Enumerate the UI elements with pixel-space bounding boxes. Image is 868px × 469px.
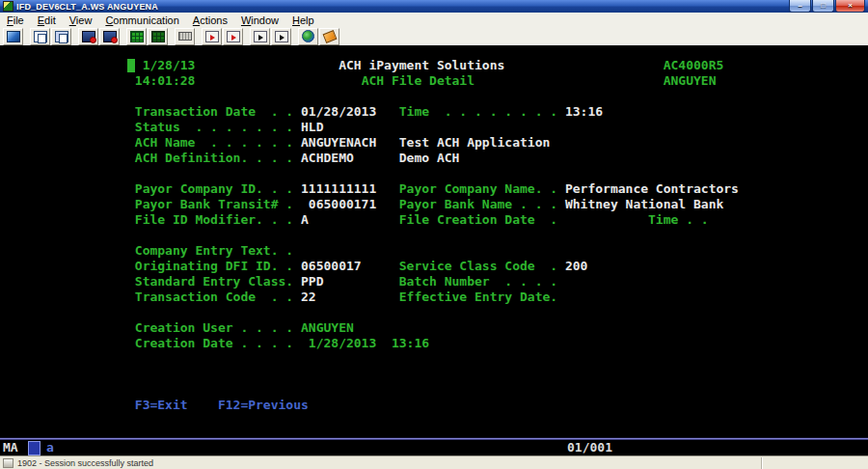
terminal-text: Time . . . . . . . . xyxy=(399,104,557,120)
receive-file-icon xyxy=(103,31,117,42)
terminal-row: F3=ExitF12=Previous xyxy=(127,398,860,413)
status-message: 1902 - Session successfully started xyxy=(17,458,153,468)
toolbar xyxy=(0,27,868,46)
terminal-text: 13:16 xyxy=(565,104,603,120)
stop-macro-icon xyxy=(227,31,240,42)
window-title: IFD_DEV6CLT_A.WS ANGUYENA xyxy=(16,2,158,12)
status-bar: 1902 - Session successfully started xyxy=(0,455,868,469)
step-macro-button[interactable] xyxy=(271,28,291,45)
display-setup-button[interactable] xyxy=(148,28,168,45)
terminal-text: ACH iPayment Solutions xyxy=(339,58,504,73)
maximize-button[interactable]: □ xyxy=(812,0,834,13)
menu-help[interactable]: Help xyxy=(285,14,321,26)
terminal-text: Originating DFI ID. . xyxy=(135,259,293,274)
terminal-text: Creation User . . . . xyxy=(135,320,293,336)
terminal-text: Transaction Code . . xyxy=(135,290,293,305)
window-controls: – □ × xyxy=(788,0,865,13)
terminal-text: AC4000R5 xyxy=(664,58,724,73)
terminal-row: ACH Name . . . . . .ANGUYENACHTest ACH A… xyxy=(127,135,860,151)
terminal-text: HLD xyxy=(301,120,323,135)
terminal-row: ACH Definition. . . .ACHDEMODemo ACH xyxy=(127,151,860,166)
session-button[interactable] xyxy=(3,28,23,45)
receive-file-button[interactable] xyxy=(99,28,120,45)
record-macro-button[interactable] xyxy=(202,28,222,45)
session-icon xyxy=(7,31,20,42)
terminal-row: Creation User . . . .ANGUYEN xyxy=(127,320,860,336)
minimize-button[interactable]: – xyxy=(789,0,811,13)
close-button[interactable]: × xyxy=(835,0,865,13)
play-macro-icon xyxy=(254,31,267,42)
menu-edit[interactable]: Edit xyxy=(31,14,63,26)
terminal-text: 1111111111 xyxy=(301,181,376,197)
menu-actions[interactable]: Actions xyxy=(186,14,234,26)
terminal-text: 200 xyxy=(565,259,587,274)
close-icon: × xyxy=(848,2,853,10)
terminal-text: 065000171 xyxy=(309,197,376,212)
copy-icon xyxy=(34,31,47,42)
title-bar[interactable]: IFD_DEV6CLT_A.WS ANGUYENA – □ × xyxy=(0,0,868,13)
terminal-text: 1/28/13 xyxy=(143,58,196,73)
terminal-text: ACH File Detail xyxy=(362,73,475,89)
display-colors-button[interactable] xyxy=(126,28,147,45)
session-status-icon xyxy=(3,458,14,468)
menu-window[interactable]: Window xyxy=(234,14,285,26)
terminal-text: ANGUYENACH xyxy=(301,135,376,151)
terminal-row: Status . . . . . . .HLD xyxy=(127,120,860,135)
terminal-text: ANGUYEN xyxy=(664,73,717,89)
terminal-text: PPD xyxy=(301,274,323,290)
keyboard-setup-icon xyxy=(178,32,192,41)
menu-communication[interactable]: Communication xyxy=(98,14,185,26)
terminal-text: ACH Definition. . . . xyxy=(135,151,293,166)
terminal-text: 1/28/2013 13:16 xyxy=(309,336,429,351)
stop-macro-button[interactable] xyxy=(223,28,243,45)
terminal-text: ANGUYEN xyxy=(301,320,354,336)
oia-cursor-position: 01/001 xyxy=(567,440,612,455)
terminal-text: F12=Previous xyxy=(218,398,309,413)
app-icon xyxy=(3,1,14,12)
terminal-text: Standard Entry Class. xyxy=(135,274,293,290)
terminal-row: 1/28/13ACH iPayment SolutionsAC4000R5 xyxy=(127,58,860,73)
menu-view[interactable]: View xyxy=(63,14,99,26)
maximize-icon: □ xyxy=(821,2,826,10)
highlighter-icon xyxy=(322,30,337,43)
terminal-text: Payor Company ID. . . xyxy=(135,181,293,197)
play-macro-button[interactable] xyxy=(250,28,270,45)
terminal-row: Creation Date . . . .1/28/2013 13:16 xyxy=(127,336,860,351)
terminal-row: Payor Company ID. . .1111111111Payor Com… xyxy=(127,181,860,197)
send-file-button[interactable] xyxy=(78,28,98,45)
record-macro-icon xyxy=(205,31,219,42)
terminal-row: Transaction Date . .01/28/2013Time . . .… xyxy=(127,104,860,120)
oia-bar: MA a 01/001 xyxy=(0,440,868,455)
globe-button[interactable] xyxy=(298,28,318,45)
terminal-text: Service Class Code . xyxy=(399,259,557,274)
terminal-row: Transaction Code . .22Effective Entry Da… xyxy=(127,290,860,305)
terminal-text: ACHDEMO xyxy=(301,151,354,166)
terminal-text: File ID Modifier. . . xyxy=(135,212,293,228)
oia-input-block xyxy=(28,441,41,455)
highlighter-button[interactable] xyxy=(319,28,339,45)
step-macro-icon xyxy=(275,31,288,42)
terminal-text: Payor Bank Transit# . xyxy=(135,197,293,212)
terminal-row: Company Entry Text. . xyxy=(127,243,860,259)
terminal-text: Payor Bank Name . . . xyxy=(399,197,557,212)
copy-button[interactable] xyxy=(30,28,50,45)
terminal-row: Payor Bank Transit# .065000171Payor Bank… xyxy=(127,197,860,212)
minimize-icon: – xyxy=(798,2,801,10)
terminal-text: Creation Date . . . . xyxy=(135,336,293,351)
terminal-text: Whitney National Bank xyxy=(565,197,723,212)
terminal-text: Status . . . . . . . xyxy=(135,120,293,135)
send-file-icon xyxy=(82,31,95,42)
terminal-text: Batch Number . . . . xyxy=(399,274,557,290)
terminal-screen[interactable]: 1/28/13ACH iPayment SolutionsAC4000R514:… xyxy=(0,45,868,437)
terminal-text: Transaction Date . . xyxy=(135,104,293,120)
menu-file[interactable]: File xyxy=(0,14,31,26)
terminal-row: Standard Entry Class.PPDBatch Number . .… xyxy=(127,274,860,290)
display-colors-icon xyxy=(130,31,144,42)
globe-icon xyxy=(302,30,314,42)
terminal-text: ACH Name . . . . . . xyxy=(135,135,293,151)
terminal-row: File ID Modifier. . .AFile Creation Date… xyxy=(127,212,860,228)
paste-button[interactable] xyxy=(51,28,71,45)
terminal-text: 06500017 xyxy=(301,259,362,274)
terminal-text: Performance Contractors xyxy=(565,181,739,197)
keyboard-setup-button[interactable] xyxy=(175,28,195,45)
